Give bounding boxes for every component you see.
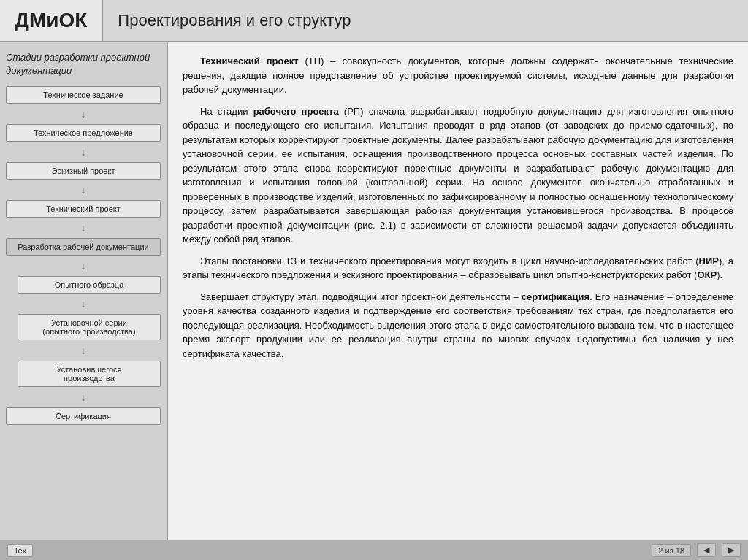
flow-texproj: Технический проект xyxy=(6,200,161,218)
flow-ustanov: Установочной серии(опытного производства… xyxy=(18,314,161,340)
footer-tex-button[interactable]: Tex xyxy=(7,544,33,557)
footer-next-button[interactable]: ▶ xyxy=(722,543,741,557)
p3-text3: ). xyxy=(717,269,722,280)
bold-sert: сертификация xyxy=(522,291,589,302)
paragraph-1: Технический проект (ТП) – совокупность д… xyxy=(183,54,733,97)
bold-rp: рабочего проекта xyxy=(253,106,339,117)
flow-sert: Сертификация xyxy=(6,407,161,425)
paragraph-2: На стадии рабочего проекта (РП) сначала … xyxy=(183,104,733,247)
p2-text: (РП) сначала разрабатывают подробную док… xyxy=(183,106,733,245)
arrow-2: ↓ xyxy=(6,147,161,157)
arrow-3: ↓ xyxy=(6,185,161,195)
flow-tpred: Техническое предложение xyxy=(6,124,161,142)
flow-ustpro: Установившегосяпроизводства xyxy=(18,361,161,387)
sidebar: Стадии разработки проектной документации… xyxy=(0,42,168,540)
bold-nir: НИР xyxy=(699,256,719,266)
footer: Tex 2 из 18 ◀ ▶ xyxy=(0,540,748,560)
paragraph-4: Завершает структуру этап, подводящий ито… xyxy=(183,290,733,361)
flow-opyt: Опытного образца xyxy=(18,276,161,294)
page-title: Проектирования и его структур xyxy=(103,0,748,41)
sidebar-heading: Стадии разработки проектной документации xyxy=(6,51,161,77)
arrow-4: ↓ xyxy=(6,223,161,233)
arrow-7: ↓ xyxy=(6,345,161,356)
arrow-1: ↓ xyxy=(6,109,161,119)
bold-okr: ОКР xyxy=(697,269,717,280)
paragraph-3: Этапы постановки ТЗ и технического проек… xyxy=(183,254,733,283)
main-content: Стадии разработки проектной документации… xyxy=(0,42,748,540)
footer-slide-info: 2 из 18 xyxy=(652,544,691,557)
flow-eskiz: Эскизный проект xyxy=(6,162,161,180)
arrow-5: ↓ xyxy=(6,261,161,271)
arrow-6: ↓ xyxy=(6,299,161,309)
flow-razrab: Разработка рабочей документации xyxy=(6,238,161,256)
arrow-8: ↓ xyxy=(6,392,161,402)
p4-pre: Завершает структуру этап, подводящий ито… xyxy=(200,291,522,302)
bold-tp: Технический проект xyxy=(200,55,299,66)
footer-prev-button[interactable]: ◀ xyxy=(697,543,716,557)
logo: ДМиОК xyxy=(0,0,103,41)
content-area: Технический проект (ТП) – совокупность д… xyxy=(168,42,748,540)
header: ДМиОК Проектирования и его структур xyxy=(0,0,748,42)
p2-pre: На стадии xyxy=(200,106,253,117)
p3-text1: Этапы постановки ТЗ и технического проек… xyxy=(200,256,699,266)
flow-tz: Техническое задание xyxy=(6,86,161,104)
